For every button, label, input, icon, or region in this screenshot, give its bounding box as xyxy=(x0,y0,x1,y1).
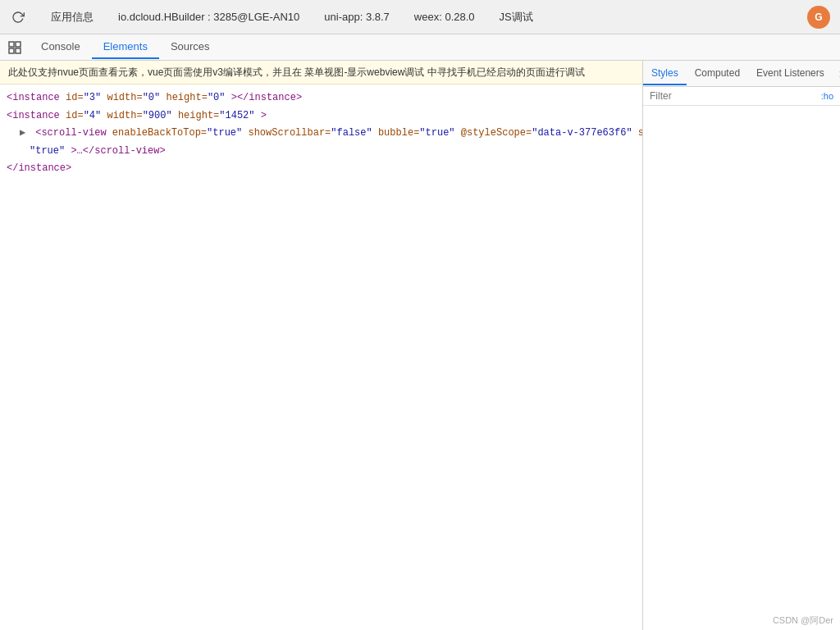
tag-instance4-close: > xyxy=(261,110,267,121)
right-panel-content xyxy=(643,106,840,630)
tab-sources[interactable]: Sources xyxy=(159,35,221,59)
warning-bar: 此处仅支持nvue页面查看元素，vue页面需使用v3编译模式，并且在 菜单视图-… xyxy=(0,61,642,84)
attr-height4-val: "1452" xyxy=(219,110,254,121)
attr-showscrollbar-val: "false" xyxy=(331,127,372,139)
uniapp-version: uni-app: 3.8.7 xyxy=(324,11,390,23)
tree-toggle-expand[interactable]: ▶ xyxy=(20,125,30,143)
html-tree: <instance id="3" width="0" height="0" ><… xyxy=(0,84,642,183)
html-line-3b[interactable]: "true" >…</scroll-view> xyxy=(7,143,636,161)
attr-height: height= xyxy=(166,92,207,103)
attr-width4: width= xyxy=(107,110,142,121)
top-toolbar: 应用信息 io.dcloud.HBuilder : 3285@LGE-AN10 … xyxy=(0,0,840,34)
attr-enablebacktotop: enableBackToTop= xyxy=(112,127,207,139)
tag-instance4-end: </instance> xyxy=(7,162,71,174)
main-tab-bar: Console Elements Sources xyxy=(0,34,840,61)
weex-version: weex: 0.28.0 xyxy=(414,11,475,23)
right-tab-event-listeners[interactable]: Event Listeners xyxy=(748,62,833,85)
tag-instance4-open: <instance xyxy=(7,110,60,121)
bottom-watermark: CSDN @阿Der xyxy=(766,611,840,630)
device-info: io.dcloud.HBuilder : 3285@LGE-AN10 xyxy=(118,11,299,23)
html-line-3[interactable]: ▶ <scroll-view enableBackToTop="true" sh… xyxy=(7,125,636,143)
attr-showscrollbar: showScrollbar= xyxy=(248,127,331,139)
tag-scroll-view-open: <scroll-view xyxy=(35,127,106,139)
inspector-icon[interactable] xyxy=(7,39,23,56)
tag-instance3-open: <instance xyxy=(7,92,60,103)
attr-stylescope: @styleScope= xyxy=(461,127,532,139)
filter-hov-label[interactable]: :ho xyxy=(821,91,833,101)
html-line-2[interactable]: <instance id="4" width="900" height="145… xyxy=(7,107,636,126)
svg-rect-3 xyxy=(16,48,21,53)
svg-rect-2 xyxy=(9,48,14,53)
attr-enablebacktotop-val: "true" xyxy=(207,127,242,139)
js-debug-label: JS调试 xyxy=(500,10,533,25)
main-content: 此处仅支持nvue页面查看元素，vue页面需使用v3编译模式，并且在 菜单视图-… xyxy=(0,61,840,630)
right-panel-tabs: Styles Computed Event Listeners » xyxy=(643,61,840,87)
left-panel: 此处仅支持nvue页面查看元素，vue页面需使用v3编译模式，并且在 菜单视图-… xyxy=(0,61,643,630)
attr-id: id= xyxy=(66,92,84,103)
tag-scroll-dots: >…</scroll-view> xyxy=(71,145,165,157)
attr-width4-val: "900" xyxy=(143,110,172,121)
attr-height-val: "0" xyxy=(208,92,226,103)
tab-console[interactable]: Console xyxy=(30,35,92,59)
attr-width: width= xyxy=(107,92,142,103)
right-panel: Styles Computed Event Listeners » :ho xyxy=(643,61,840,630)
tab-elements[interactable]: Elements xyxy=(92,35,159,59)
attr-id4: id= xyxy=(66,110,84,121)
svg-rect-0 xyxy=(9,42,14,47)
attr-bubble-val: "true" xyxy=(419,127,454,139)
attr-bubble: bubble= xyxy=(378,127,419,139)
reload-button[interactable] xyxy=(10,9,26,25)
attr-id-val: "3" xyxy=(84,92,102,103)
right-tab-computed[interactable]: Computed xyxy=(687,62,748,85)
html-line-1[interactable]: <instance id="3" width="0" height="0" ><… xyxy=(7,89,636,107)
filter-bar: :ho xyxy=(643,87,840,106)
more-tabs-button[interactable]: » xyxy=(833,61,840,87)
attr-stylescope-val: "data-v-377e63f6" xyxy=(532,127,632,139)
filter-input[interactable] xyxy=(650,90,818,102)
html-line-4[interactable]: </instance> xyxy=(7,160,636,178)
svg-rect-1 xyxy=(16,42,21,47)
attr-id4-val: "4" xyxy=(84,110,102,121)
attr-height4: height= xyxy=(178,110,219,121)
user-avatar[interactable]: G xyxy=(807,6,830,29)
right-tab-styles[interactable]: Styles xyxy=(643,62,687,85)
attr-width-val: "0" xyxy=(143,92,161,103)
app-label: 应用信息 xyxy=(51,10,94,25)
tag-instance3-close-inline: ></instance> xyxy=(231,92,302,103)
attr-scrolly-val: "true" xyxy=(30,145,65,157)
warning-text: 此处仅支持nvue页面查看元素，vue页面需使用v3编译模式，并且在 菜单视图-… xyxy=(8,66,585,78)
